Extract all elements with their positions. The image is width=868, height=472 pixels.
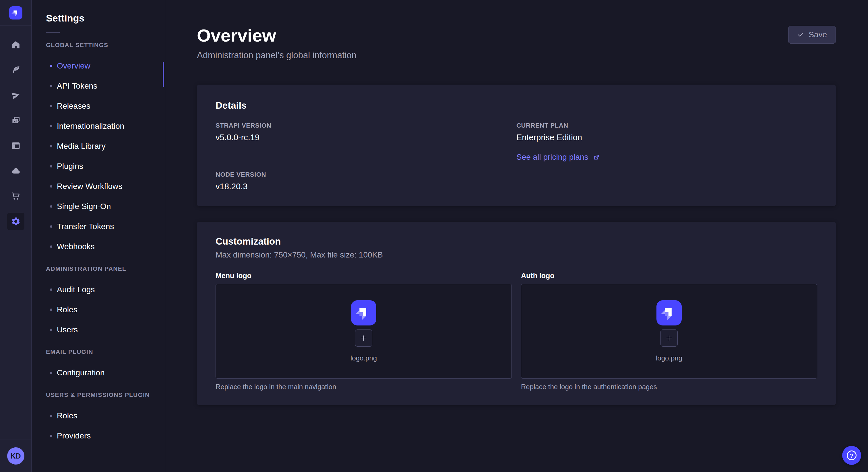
subnav-item-media-library[interactable]: Media Library	[32, 136, 165, 156]
gear-icon	[11, 216, 21, 226]
pricing-link-label: See all pricing plans	[516, 153, 588, 162]
subnav-item-overview[interactable]: Overview	[32, 56, 165, 76]
customization-card: Customization Max dimension: 750×750, Ma…	[197, 222, 836, 405]
subnav-item-transfer-tokens[interactable]: Transfer Tokens	[32, 216, 165, 237]
bullet-icon	[50, 125, 52, 127]
settings-subnav: Settings GLOBAL SETTINGSOverviewAPI Toke…	[32, 0, 165, 472]
node-version-field: NODE VERSION v18.20.3	[216, 171, 516, 191]
menu-logo-upload: Menu logo logo.png Replace the logo in t…	[216, 272, 512, 391]
question-icon: ?	[847, 450, 857, 460]
layout-icon	[11, 141, 21, 150]
field-value: v18.20.3	[216, 182, 516, 191]
subnav-item-label: Roles	[57, 411, 78, 420]
subnav-item-label: Users	[57, 325, 78, 334]
images-icon	[11, 115, 21, 125]
field-value: Enterprise Edition	[516, 133, 817, 142]
upload-label: Menu logo	[216, 272, 512, 280]
subnav-divider	[46, 32, 60, 33]
plus-icon	[665, 334, 673, 342]
save-button[interactable]: Save	[788, 26, 836, 43]
bullet-icon	[50, 105, 52, 107]
details-card-title: Details	[216, 100, 817, 111]
subnav-section-label: GLOBAL SETTINGS	[46, 42, 165, 48]
upload-filename: logo.png	[656, 354, 682, 362]
add-logo-button[interactable]	[355, 330, 372, 347]
rail-item-paper-plane[interactable]	[7, 87, 24, 104]
rail-bottom: KD	[0, 440, 31, 472]
subnav-item-users[interactable]: Users	[32, 320, 165, 340]
strapi-logo-icon	[656, 300, 682, 326]
add-logo-button[interactable]	[660, 330, 678, 347]
subnav-section-label: ADMINISTRATION PANEL	[46, 265, 165, 272]
bullet-icon	[50, 372, 52, 374]
rail-item-layout[interactable]	[7, 137, 24, 154]
rail-nav	[7, 26, 24, 230]
subnav-item-label: Overview	[57, 61, 90, 71]
rail-item-feather[interactable]	[7, 61, 24, 78]
rail-item-cart[interactable]	[7, 188, 24, 205]
subnav-item-roles[interactable]: Roles	[32, 300, 165, 320]
subnav-scrollbar-thumb[interactable]	[163, 62, 164, 87]
bullet-icon	[50, 205, 52, 208]
subnav-item-audit-logs[interactable]: Audit Logs	[32, 279, 165, 300]
bullet-icon	[50, 185, 52, 188]
check-icon	[797, 31, 804, 38]
strapi-logo-icon[interactable]	[9, 6, 22, 20]
bullet-icon	[50, 65, 52, 67]
bullet-icon	[50, 289, 52, 291]
subnav-item-label: Providers	[57, 431, 91, 440]
external-link-icon	[593, 154, 600, 161]
main-nav-rail: KD	[0, 0, 32, 472]
home-icon	[11, 40, 21, 49]
subnav-item-releases[interactable]: Releases	[32, 96, 165, 116]
subnav-item-label: Audit Logs	[57, 285, 95, 294]
cloud-icon	[11, 166, 21, 176]
customization-card-title: Customization	[216, 236, 817, 247]
subnav-item-internationalization[interactable]: Internationalization	[32, 116, 165, 136]
subnav-item-review-workflows[interactable]: Review Workflows	[32, 176, 165, 196]
subnav-item-plugins[interactable]: Plugins	[32, 156, 165, 176]
field-value: v5.0.0-rc.19	[216, 133, 516, 142]
upload-label: Auth logo	[521, 272, 817, 280]
bullet-icon	[50, 308, 52, 311]
rail-logo-section	[0, 0, 31, 26]
rail-item-images[interactable]	[7, 112, 24, 129]
help-button[interactable]: ?	[842, 446, 861, 465]
save-button-label: Save	[809, 30, 827, 39]
subnav-item-roles[interactable]: Roles	[32, 406, 165, 426]
upload-caption: Replace the logo in the main navigation	[216, 383, 512, 391]
subnav-item-providers[interactable]: Providers	[32, 426, 165, 446]
subnav-item-label: Internationalization	[57, 122, 124, 131]
strapi-admin-app: KD Settings GLOBAL SETTINGSOverviewAPI T…	[0, 0, 868, 472]
details-left-column: STRAPI VERSION v5.0.0-rc.19 NODE VERSION…	[216, 122, 516, 191]
upload-caption: Replace the logo in the authentication p…	[521, 383, 817, 391]
subnav-item-configuration[interactable]: Configuration	[32, 363, 165, 383]
bullet-icon	[50, 245, 52, 248]
subnav-section-label: USERS & PERMISSIONS PLUGIN	[46, 392, 165, 398]
pricing-plans-link[interactable]: See all pricing plans	[516, 153, 600, 162]
rail-item-cloud[interactable]	[7, 162, 24, 179]
upload-filename: logo.png	[350, 354, 377, 362]
auth-logo-upload: Auth logo logo.png Replace the logo in t…	[521, 272, 817, 391]
subnav-item-label: Review Workflows	[57, 182, 122, 191]
subnav-item-webhooks[interactable]: Webhooks	[32, 237, 165, 257]
paper-plane-icon	[11, 90, 21, 100]
main-content: Overview Administration panel’s global i…	[165, 0, 868, 472]
bullet-icon	[50, 435, 52, 437]
page-header: Overview Administration panel’s global i…	[197, 0, 836, 61]
subnav-item-label: Releases	[57, 102, 90, 111]
subnav-item-label: Transfer Tokens	[57, 222, 114, 231]
subnav-item-api-tokens[interactable]: API Tokens	[32, 76, 165, 96]
page-subtitle: Administration panel’s global informatio…	[197, 50, 356, 61]
auth-logo-dropzone[interactable]: logo.png	[521, 284, 817, 378]
rail-item-home[interactable]	[7, 36, 24, 53]
feather-icon	[11, 65, 21, 75]
avatar[interactable]: KD	[7, 447, 24, 465]
subnav-item-label: Single Sign-On	[57, 202, 111, 211]
subnav-item-label: Roles	[57, 305, 78, 314]
rail-item-gear[interactable]	[7, 213, 24, 230]
subnav-item-single-sign-on[interactable]: Single Sign-On	[32, 196, 165, 216]
customization-hint: Max dimension: 750×750, Max file size: 1…	[216, 250, 817, 260]
menu-logo-dropzone[interactable]: logo.png	[216, 284, 512, 378]
subnav-item-label: API Tokens	[57, 81, 97, 91]
